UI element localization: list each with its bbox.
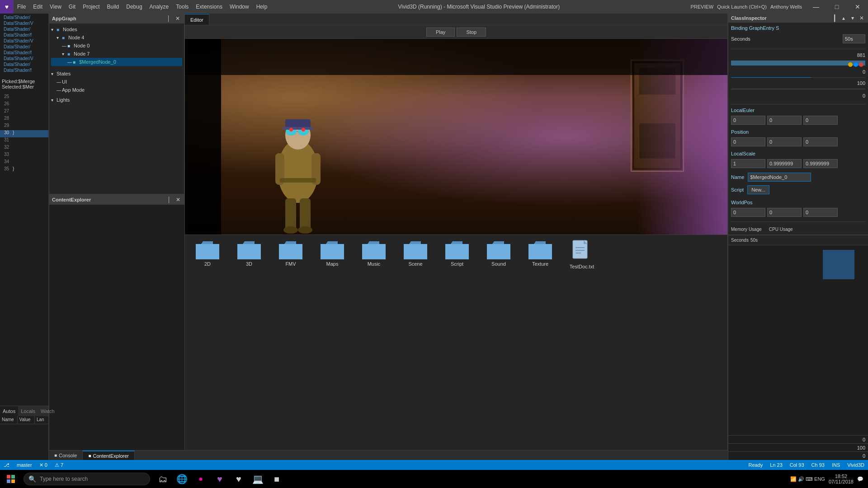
- file-path-6[interactable]: Data/Shader/: [2, 44, 47, 50]
- local-euler-y[interactable]: [767, 116, 802, 125]
- menu-tools[interactable]: Tools: [172, 0, 192, 14]
- world-pos-y[interactable]: [767, 208, 802, 217]
- start-button[interactable]: [0, 470, 22, 488]
- seconds-input[interactable]: [843, 34, 865, 43]
- menu-build[interactable]: Build: [104, 0, 123, 14]
- content-pin-btn[interactable]: │: [165, 196, 173, 203]
- menu-file[interactable]: File: [14, 0, 29, 14]
- menu-project[interactable]: Project: [79, 0, 103, 14]
- menu-analyze[interactable]: Analyze: [146, 0, 173, 14]
- inspector-header-controls: ┃ ▴ ▾ ✕: [831, 14, 865, 22]
- taskbar-app-files[interactable]: 🗂: [154, 470, 172, 488]
- script-new-button[interactable]: New...: [747, 185, 769, 194]
- taskbar-app-steam[interactable]: ♥: [230, 470, 248, 488]
- folder-scene[interactable]: Scene: [397, 239, 434, 269]
- tree-node7[interactable]: ▾ ■ Node 7: [51, 50, 182, 58]
- name-input[interactable]: [748, 173, 811, 182]
- restore-button[interactable]: □: [826, 0, 847, 14]
- position-x[interactable]: [731, 137, 765, 146]
- editor-tab[interactable]: Editor: [185, 14, 209, 25]
- vs-menu: File Edit View Git Project Build Debug A…: [14, 0, 271, 14]
- taskbar-app-edge[interactable]: 🌐: [173, 470, 191, 488]
- taskbar-app-vs[interactable]: ♥: [211, 470, 229, 488]
- inspector-pin-btn[interactable]: ┃: [831, 14, 838, 22]
- tree-merged-node[interactable]: — ■ $MergedNode_0: [51, 58, 182, 66]
- folder-script[interactable]: Script: [439, 239, 475, 269]
- menu-edit[interactable]: Edit: [29, 0, 46, 14]
- appgraph-close-btn[interactable]: ✕: [174, 15, 181, 22]
- taskbar-app-terminal[interactable]: ■: [268, 470, 286, 488]
- folder-music[interactable]: Music: [356, 239, 392, 269]
- script-label: Script: [731, 187, 744, 192]
- menu-window[interactable]: Window: [226, 0, 253, 14]
- console-tab[interactable]: ■ Console: [49, 450, 83, 460]
- value-0-1: 0: [863, 69, 865, 75]
- appgraph-pin-btn[interactable]: │: [165, 15, 172, 22]
- file-path-1[interactable]: Data/Shader/: [2, 14, 47, 20]
- folder-fmv[interactable]: FMV: [273, 239, 309, 269]
- autos-value-col: Value: [18, 416, 35, 424]
- svg-point-13: [283, 226, 298, 234]
- tree-state-ui[interactable]: — UI: [51, 78, 182, 86]
- folder-texture[interactable]: Texture: [522, 239, 558, 269]
- content-close-btn[interactable]: ✕: [175, 196, 182, 203]
- local-euler-x[interactable]: [731, 116, 765, 125]
- folder-2d[interactable]: 2D: [189, 239, 226, 269]
- position-z[interactable]: [803, 137, 838, 146]
- folder-maps[interactable]: Maps: [314, 239, 350, 269]
- stop-button[interactable]: Stop: [457, 28, 486, 37]
- folder-3d[interactable]: 3D: [231, 239, 267, 269]
- inspector-close-btn[interactable]: ✕: [858, 14, 865, 22]
- menu-git[interactable]: Git: [65, 0, 79, 14]
- inspector-up-btn[interactable]: ▴: [840, 14, 847, 22]
- content-explorer-tab[interactable]: ■ ContentExplorer: [83, 450, 135, 460]
- minimize-button[interactable]: —: [806, 0, 826, 14]
- content-explorer-header: ContentExplorer │ ✕: [49, 195, 184, 205]
- autos-tab[interactable]: Autos: [0, 406, 18, 416]
- tree-states[interactable]: ▾ States: [51, 70, 182, 78]
- file-path-2[interactable]: Data/Shader/V: [2, 20, 47, 26]
- file-path-9[interactable]: Data/Shader/: [2, 61, 47, 67]
- file-path-10[interactable]: Data/Shader/f: [2, 67, 47, 73]
- taskbar-date-value: 07/11/2018: [829, 479, 854, 484]
- folder-sound[interactable]: Sound: [481, 239, 517, 269]
- file-testdoc[interactable]: TestDoc.txt: [564, 239, 600, 269]
- taskbar-app-code[interactable]: 💻: [249, 470, 267, 488]
- world-pos-x[interactable]: [731, 208, 765, 217]
- watch-tab[interactable]: Watch: [38, 406, 57, 416]
- name-row: Name: [731, 173, 865, 182]
- play-button[interactable]: Play: [426, 28, 455, 37]
- timeline-right-panel: Seconds 50s 0 100 0: [728, 235, 868, 460]
- local-scale-z[interactable]: [803, 159, 838, 168]
- locals-tab[interactable]: Locals: [18, 406, 38, 416]
- position-y[interactable]: [767, 137, 802, 146]
- inspector-down-btn[interactable]: ▾: [849, 14, 856, 22]
- tree-node4[interactable]: ▾ ■ Node 4: [51, 33, 182, 42]
- world-pos-z[interactable]: [803, 208, 838, 217]
- taskbar-search-box[interactable]: 🔍 Type here to search: [24, 473, 150, 485]
- file-path-5[interactable]: Data/Shader/V: [2, 38, 47, 44]
- tree-lights[interactable]: ▾ Lights: [51, 96, 182, 104]
- file-path-7[interactable]: Data/Shader/f: [2, 50, 47, 56]
- menu-view[interactable]: View: [46, 0, 65, 14]
- local-scale-y[interactable]: [767, 159, 802, 168]
- taskbar-notification-icon[interactable]: 💬: [857, 476, 863, 482]
- autos-lang-col: Lan: [35, 416, 48, 424]
- close-button[interactable]: ✕: [847, 0, 868, 14]
- tree-nodes[interactable]: ▾ ■ Nodes: [51, 25, 182, 33]
- local-scale-x[interactable]: [731, 159, 765, 168]
- file-path-8[interactable]: Data/Shader/V: [2, 56, 47, 61]
- local-euler-z[interactable]: [803, 116, 838, 125]
- svg-point-7: [289, 128, 293, 131]
- taskbar-app-chrome[interactable]: ●: [192, 470, 210, 488]
- appgraph-tree: ▾ ■ Nodes ▾ ■ Node 4 — ■ Node 0 ▾ ■ Node…: [49, 23, 184, 106]
- menu-debug[interactable]: Debug: [123, 0, 146, 14]
- status-vivid3d: Vivid3D: [847, 462, 864, 468]
- menu-help[interactable]: Help: [253, 0, 271, 14]
- tree-node0[interactable]: — ■ Node 0: [51, 42, 182, 50]
- file-path-3[interactable]: Data/Shader/: [2, 26, 47, 32]
- menu-extensions[interactable]: Extensions: [192, 0, 226, 14]
- class-inspector-header: ClassInspector ┃ ▴ ▾ ✕: [728, 14, 868, 23]
- file-path-4[interactable]: Data/Shader/f: [2, 32, 47, 38]
- tree-state-appmode[interactable]: — App Mode: [51, 86, 182, 94]
